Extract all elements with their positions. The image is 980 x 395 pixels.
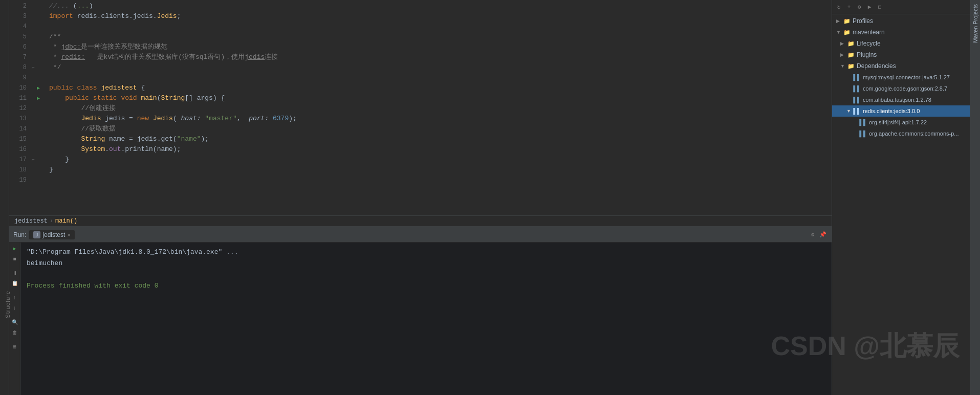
folder-icon-lifecycle: 📁 [847,39,855,48]
plugins-label: Plugins [857,51,877,58]
line-num-15: 15 [12,134,27,144]
run-button[interactable]: ▶ [11,245,19,253]
right-edge-panel: Maven Projects [970,0,980,395]
arrow-plugins: ▶ [840,52,845,57]
dump-button[interactable]: 📋 [11,279,19,288]
jar-icon-slf4j: ▌▌ [859,118,867,126]
line-num-16: 16 [12,144,27,155]
code-line-2: //... (...) [49,1,832,11]
tree-item-profiles[interactable]: ▶ 📁 Profiles [832,15,970,27]
stop-button[interactable]: ■ [11,255,19,263]
run-side-toolbar: ▶ ■ ⏸ 📋 ↑ ↓ 🔍 🗑 ⊞ [9,243,20,395]
trash-button[interactable]: 🗑 [11,328,19,337]
jedis-label: redis.clients:jedis:3.0.0 [863,108,920,114]
folder-icon-profiles: 📁 [843,17,851,25]
run-tab-icon: J [33,231,40,238]
code-line-6: * jdbc:是一种连接关系型数据的规范 [49,42,832,52]
line-num-17: 17 [12,155,27,165]
tree-item-dependencies[interactable]: ▼ 📁 Dependencies [832,60,970,72]
pause-button[interactable]: ⏸ [11,269,19,277]
code-line-13: Jedis jedis = new Jedis( host: "master",… [49,114,832,124]
tree-item-mavenlearn[interactable]: ▼ 📁 mavenlearn [832,27,970,38]
line-numbers: 2 3 4 5 6 7 8 9 10 11 12 13 14 15 16 17 [9,0,30,215]
run-blank-line [27,269,825,280]
jar-icon-jedis: ▌▌ [853,107,861,115]
tree-item-fastjson[interactable]: ▌▌ com.alibaba:fastjson:1.2.78 [832,94,970,105]
code-line-4 [49,21,832,32]
code-line-11: public static void main(String[] args) { [49,93,832,103]
code-line-16: System.out.println(name); [49,144,832,155]
code-line-5: /** [49,32,832,42]
line-num-3: 3 [12,11,27,21]
tree-item-commons[interactable]: ▌▌ org.apache.commons:commons-p... [832,128,970,139]
maven-refresh-icon[interactable]: ↻ [834,3,843,12]
maven-projects-tab[interactable]: Maven Projects [971,0,980,47]
line-num-10: 10 [12,83,27,93]
scroll-up-button[interactable]: ↑ [11,294,19,302]
breadcrumb-class: jedistest [14,217,48,225]
arrow-profiles: ▶ [836,18,841,24]
maven-tree: ▶ 📁 Profiles ▼ 📁 mavenlearn ▶ 📁 Lifecycl… [832,14,970,395]
run-result-line: beimuchen [27,258,825,269]
folder-icon-mavenlearn: 📁 [843,28,851,36]
code-content[interactable]: //... (...) import redis.clients.jedis.J… [45,0,832,215]
structure-label: Structure [5,291,11,318]
code-line-3: import redis.clients.jedis.Jedis; [49,11,832,21]
left-structure-panel: Structure [0,0,9,395]
dependencies-label: Dependencies [857,62,896,70]
code-line-10: public class jedistest { [49,83,832,93]
run-gutter: ▶ ▶ [37,0,45,215]
arrow-jedis: ▼ [846,108,852,114]
maven-run-icon[interactable]: ▶ [865,3,874,12]
tree-item-lifecycle[interactable]: ▶ 📁 Lifecycle [832,38,970,49]
terminal-button[interactable]: ⊞ [11,343,19,351]
code-line-12: //创建连接 [49,103,832,114]
scroll-down-button[interactable]: ↓ [11,304,19,312]
maven-panel: ↻ + ⚙ ▶ ⊟ ▶ 📁 Profiles ▼ 📁 mavenlearn ▶ [832,0,970,395]
tree-item-slf4j[interactable]: ▌▌ org.slf4j:slf4j-api:1.7.22 [832,117,970,128]
line-num-13: 13 [12,114,27,124]
line-num-12: 12 [12,103,27,114]
run-output: "D:\Program Files\Java\jdk1.8.0_172\bin\… [20,243,832,395]
folder-icon-dependencies: 📁 [847,62,855,70]
code-line-17: } [49,155,832,165]
code-line-7: * redis: 是kv结构的非关系型数据库(没有sql语句)，使用jedis连… [49,52,832,62]
gson-label: com.google.code.gson:gson:2.8.7 [863,85,947,92]
tree-item-gson[interactable]: ▌▌ com.google.code.gson:gson:2.8.7 [832,83,970,94]
slf4j-label: org.slf4j:slf4j-api:1.7.22 [869,119,927,125]
settings-icon[interactable]: ⚙ [808,230,817,239]
breadcrumb-method: main() [55,217,77,225]
line-num-5: 5 [12,32,27,42]
close-tab-button[interactable]: × [67,232,70,238]
line-num-2: 2 [12,1,27,11]
line-num-19: 19 [12,175,27,185]
tree-item-mysql[interactable]: ▌▌ mysql:mysql-connector-java:5.1.27 [832,72,970,83]
code-line-18: } [49,165,832,175]
code-editor: 2 3 4 5 6 7 8 9 10 11 12 13 14 15 16 17 [9,0,832,226]
jar-icon-fastjson: ▌▌ [853,96,861,104]
commons-label: org.apache.commons:commons-p... [869,130,959,137]
fold-gutter: ⌐ ⌐ [30,0,37,215]
folder-icon-plugins: 📁 [847,51,855,59]
tree-item-plugins[interactable]: ▶ 📁 Plugins [832,49,970,60]
run-tab-name: jedistest [42,231,65,238]
mysql-label: mysql:mysql-connector-java:5.1.27 [863,74,950,80]
jar-icon-gson: ▌▌ [853,84,861,93]
filter-button[interactable]: 🔍 [11,318,19,326]
maven-toolbar: ↻ + ⚙ ▶ ⊟ [832,0,970,14]
tree-item-jedis[interactable]: ▼ ▌▌ redis.clients:jedis:3.0.0 [832,105,970,117]
arrow-lifecycle: ▶ [840,41,845,46]
line-num-7: 7 [12,52,27,62]
code-line-19 [49,175,832,185]
pin-icon[interactable]: 📌 [818,230,827,239]
line-num-4: 4 [12,21,27,32]
run-header: Run: J jedistest × ⚙ 📌 [9,227,832,243]
mavenlearn-label: mavenlearn [853,29,885,36]
run-tab[interactable]: J jedistest × [29,230,74,239]
line-num-18: 18 [12,165,27,175]
maven-collapse-icon[interactable]: ⊟ [875,3,884,12]
arrow-dependencies: ▼ [840,63,845,69]
maven-add-icon[interactable]: + [844,3,854,12]
code-line-14: //获取数据 [49,124,832,134]
maven-settings-icon[interactable]: ⚙ [855,3,864,12]
